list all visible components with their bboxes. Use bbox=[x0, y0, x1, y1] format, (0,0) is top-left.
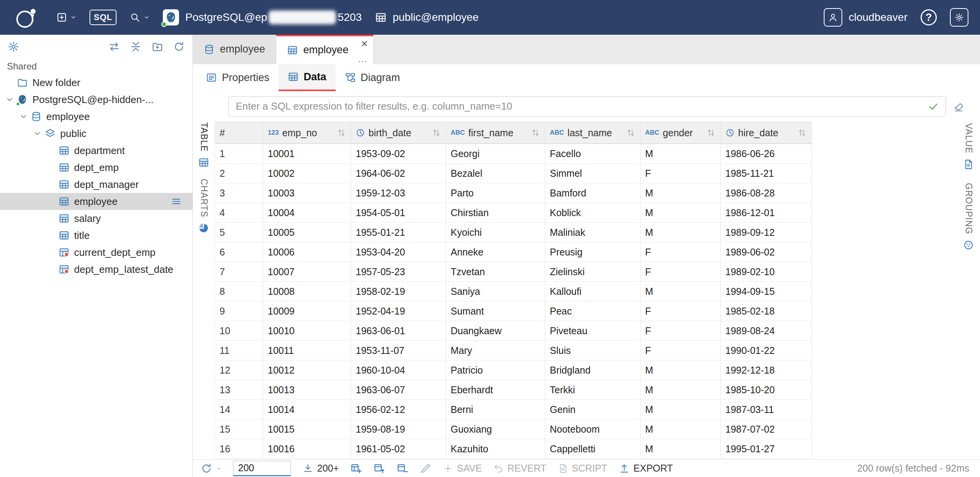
tab-options-icon[interactable]: … bbox=[358, 54, 367, 64]
cell-first_name[interactable]: Berni bbox=[446, 400, 545, 419]
refresh-tree-icon[interactable] bbox=[173, 41, 185, 52]
cell-emp_no[interactable]: 10005 bbox=[263, 223, 351, 242]
cell-birth_date[interactable]: 1960-10-04 bbox=[351, 360, 446, 380]
revert-button[interactable]: REVERT bbox=[493, 463, 546, 474]
tab-properties[interactable]: Properties bbox=[197, 64, 279, 91]
cell-gender[interactable]: F bbox=[640, 341, 721, 360]
tab-employee-database[interactable]: employee bbox=[193, 35, 276, 64]
cell-emp_no[interactable]: 10001 bbox=[263, 144, 351, 163]
cell-emp_no[interactable]: 10011 bbox=[263, 341, 351, 360]
tree-item-current-dept-emp[interactable]: current_dept_emp bbox=[0, 244, 193, 261]
cell-birth_date[interactable]: 1954-05-01 bbox=[351, 203, 446, 222]
cell-birth_date[interactable]: 1963-06-01 bbox=[351, 321, 446, 340]
user-menu[interactable]: cloudbeaver bbox=[824, 8, 907, 27]
tab-grouping-panel[interactable]: GROUPING bbox=[963, 183, 974, 250]
row-number-cell[interactable]: 13 bbox=[215, 380, 263, 399]
save-button[interactable]: SAVE bbox=[443, 463, 482, 474]
cell-first_name[interactable]: Mary bbox=[446, 341, 545, 360]
column-header-hire_date[interactable]: hire_date bbox=[721, 122, 812, 144]
tree-item-employee[interactable]: employee bbox=[0, 193, 193, 210]
export-button[interactable]: EXPORT bbox=[619, 463, 673, 474]
cell-last_name[interactable]: Peac bbox=[545, 301, 640, 321]
cell-first_name[interactable]: Tzvetan bbox=[446, 262, 545, 281]
cell-birth_date[interactable]: 1956-02-12 bbox=[351, 400, 446, 419]
cell-hire_date[interactable]: 1989-06-02 bbox=[721, 242, 812, 262]
cell-hire_date[interactable]: 1985-02-18 bbox=[721, 301, 812, 321]
cell-last_name[interactable]: Nooteboom bbox=[545, 419, 640, 439]
column-header-birth_date[interactable]: birth_date bbox=[351, 122, 446, 144]
collapse-all-icon[interactable] bbox=[130, 41, 142, 52]
refresh-button[interactable] bbox=[201, 463, 221, 474]
tab-diagram[interactable]: Diagram bbox=[336, 64, 409, 91]
apply-filter-icon[interactable] bbox=[928, 101, 939, 112]
cell-first_name[interactable]: Guoxiang bbox=[446, 419, 545, 439]
column-header-last_name[interactable]: ABClast_name bbox=[545, 122, 640, 144]
settings-button[interactable] bbox=[950, 8, 968, 27]
fetch-more-button[interactable]: 200+ bbox=[302, 463, 339, 474]
tab-employee-table[interactable]: employee × … bbox=[276, 35, 373, 64]
link-with-editor-icon[interactable] bbox=[108, 41, 120, 52]
tree-item-dept-emp-latest-date[interactable]: dept_emp_latest_date bbox=[0, 261, 193, 278]
cell-birth_date[interactable]: 1964-06-02 bbox=[351, 164, 446, 183]
cell-birth_date[interactable]: 1953-09-02 bbox=[351, 144, 446, 163]
tree-item-postgresql-ep-hidden[interactable]: PostgreSQL@ep-hidden-... bbox=[0, 91, 193, 108]
cell-gender[interactable]: M bbox=[640, 282, 721, 301]
row-number-cell[interactable]: 7 bbox=[215, 262, 263, 281]
cell-first_name[interactable]: Bezalel bbox=[446, 164, 545, 183]
cell-emp_no[interactable]: 10012 bbox=[263, 360, 351, 380]
cell-hire_date[interactable]: 1986-08-28 bbox=[721, 183, 812, 203]
new-folder-icon[interactable] bbox=[152, 41, 163, 52]
cell-birth_date[interactable]: 1963-06-07 bbox=[351, 380, 446, 399]
cell-hire_date[interactable]: 1986-06-26 bbox=[721, 144, 812, 163]
row-number-cell[interactable]: 11 bbox=[215, 341, 263, 360]
cell-emp_no[interactable]: 10009 bbox=[263, 301, 351, 321]
row-number-cell[interactable]: 3 bbox=[215, 183, 263, 203]
cell-hire_date[interactable]: 1989-09-12 bbox=[721, 223, 812, 242]
cell-last_name[interactable]: Facello bbox=[545, 144, 640, 163]
cell-last_name[interactable]: Simmel bbox=[545, 164, 640, 183]
cell-first_name[interactable]: Parto bbox=[446, 183, 545, 203]
row-number-cell[interactable]: 15 bbox=[215, 419, 263, 439]
navigator-settings-icon[interactable] bbox=[8, 41, 19, 52]
tab-table-presentation[interactable]: TABLE bbox=[198, 122, 209, 168]
cell-last_name[interactable]: Genin bbox=[545, 400, 640, 419]
cell-gender[interactable]: F bbox=[640, 164, 721, 183]
help-button[interactable]: ? bbox=[921, 9, 937, 25]
cell-emp_no[interactable]: 10007 bbox=[263, 262, 351, 281]
column-header-emp_no[interactable]: 123emp_no bbox=[263, 122, 351, 144]
cell-birth_date[interactable]: 1959-08-19 bbox=[351, 419, 446, 439]
cell-hire_date[interactable]: 1985-10-20 bbox=[721, 380, 812, 399]
cell-birth_date[interactable]: 1961-05-02 bbox=[351, 439, 446, 458]
cell-hire_date[interactable]: 1986-12-01 bbox=[721, 203, 812, 222]
cell-hire_date[interactable]: 1994-09-15 bbox=[721, 282, 812, 301]
column-header-gender[interactable]: ABCgender bbox=[640, 122, 721, 144]
edit-button[interactable] bbox=[420, 463, 431, 474]
cell-hire_date[interactable]: 1987-03-11 bbox=[721, 400, 812, 419]
row-number-cell[interactable]: 4 bbox=[215, 203, 263, 222]
row-number-cell[interactable]: 12 bbox=[215, 360, 263, 380]
cell-first_name[interactable]: Kyoichi bbox=[446, 223, 545, 242]
cell-emp_no[interactable]: 10010 bbox=[263, 321, 351, 340]
column-header-first_name[interactable]: ABCfirst_name bbox=[446, 122, 545, 144]
tab-value-panel[interactable]: VALUE bbox=[963, 123, 974, 170]
cell-last_name[interactable]: Kalloufi bbox=[545, 282, 640, 301]
cell-emp_no[interactable]: 10006 bbox=[263, 242, 351, 262]
cell-first_name[interactable]: Patricio bbox=[446, 360, 545, 380]
cell-hire_date[interactable]: 1989-02-10 bbox=[721, 262, 812, 281]
cell-last_name[interactable]: Bamford bbox=[545, 183, 640, 203]
tree-item-salary[interactable]: salary bbox=[0, 210, 193, 227]
cell-first_name[interactable]: Georgi bbox=[446, 144, 545, 163]
column-header-row-number[interactable]: # bbox=[215, 122, 263, 144]
tree-item-dept-emp[interactable]: dept_emp bbox=[0, 159, 193, 176]
cell-gender[interactable]: M bbox=[640, 419, 721, 439]
cell-gender[interactable]: M bbox=[640, 439, 721, 458]
cell-first_name[interactable]: Kazuhito bbox=[446, 439, 545, 458]
row-number-cell[interactable]: 2 bbox=[215, 164, 263, 183]
cell-last_name[interactable]: Piveteau bbox=[545, 321, 640, 340]
cell-gender[interactable]: F bbox=[640, 321, 721, 340]
cell-emp_no[interactable]: 10016 bbox=[263, 439, 351, 458]
tree-item-dept-manager[interactable]: dept_manager bbox=[0, 176, 193, 193]
cell-first_name[interactable]: Saniya bbox=[446, 282, 545, 301]
tree-item-department[interactable]: department bbox=[0, 142, 193, 159]
cell-gender[interactable]: F bbox=[640, 301, 721, 321]
